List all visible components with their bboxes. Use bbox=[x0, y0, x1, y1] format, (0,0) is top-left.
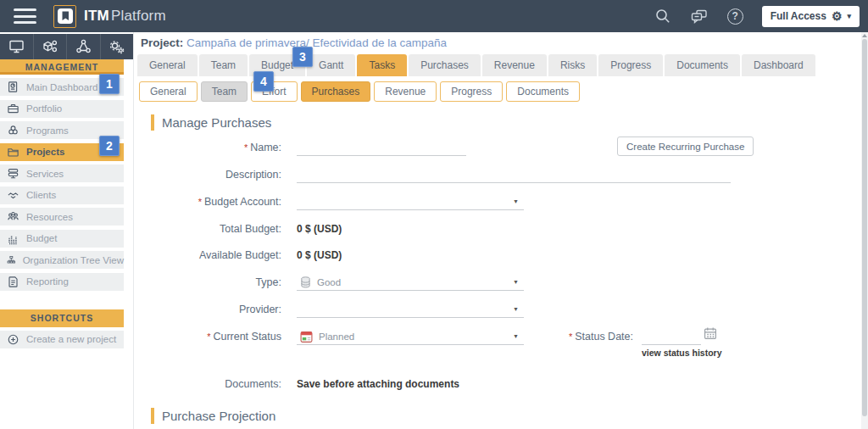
itm-logo[interactable] bbox=[53, 5, 76, 28]
subtab-general[interactable]: General bbox=[139, 81, 198, 102]
budget-account-select[interactable]: ▼ bbox=[297, 194, 524, 210]
vertical-scrollbar[interactable] bbox=[861, 32, 868, 429]
documents-label: Documents: bbox=[137, 378, 281, 390]
sidebar-item-reporting[interactable]: Reporting bbox=[0, 273, 124, 291]
total-budget-value: 0 $ (USD) bbox=[297, 223, 342, 235]
tab-progress[interactable]: Progress bbox=[598, 54, 663, 76]
tab-tasks[interactable]: Tasks bbox=[357, 54, 407, 76]
chevron-down-icon: ▾ bbox=[847, 12, 851, 20]
type-label: Type: bbox=[137, 276, 281, 288]
sidebar-menu: Main Dashboard Portfolio Programs Projec… bbox=[0, 78, 133, 291]
gears-icon bbox=[108, 38, 125, 55]
section-purchase-projection: Purchase Projection bbox=[151, 408, 275, 424]
tab-documents[interactable]: Documents bbox=[665, 54, 740, 76]
sidebar-item-portfolio[interactable]: Portfolio bbox=[0, 100, 124, 118]
monitor-icon bbox=[8, 38, 25, 55]
type-select[interactable]: Good ▼ bbox=[297, 275, 524, 291]
sidebar-item-create-new-project[interactable]: Create a new project bbox=[0, 331, 124, 348]
brand-title: ITMPlatform bbox=[84, 8, 166, 25]
project-name-link[interactable]: Campaña de primavera/ Efectividad de la … bbox=[186, 36, 447, 49]
description-label: Description: bbox=[137, 169, 281, 181]
section-accent-bar bbox=[151, 408, 154, 424]
sidebar-item-budget[interactable]: Budget bbox=[0, 230, 124, 248]
tab-network[interactable] bbox=[67, 34, 101, 59]
sidebar-module-tabs bbox=[0, 34, 133, 59]
chat-icon[interactable] bbox=[690, 8, 709, 25]
programs-icon bbox=[7, 124, 19, 136]
full-access-button[interactable]: Full Access ⚙ ▾ bbox=[762, 6, 860, 27]
tab-revenue[interactable]: Revenue bbox=[482, 54, 547, 76]
sidebar-item-label: Portfolio bbox=[26, 103, 62, 114]
provider-label: Provider: bbox=[137, 304, 281, 315]
description-input[interactable] bbox=[297, 167, 731, 183]
dropdown-caret-icon: ▼ bbox=[513, 279, 519, 285]
total-budget-label: Total Budget: bbox=[137, 223, 281, 235]
sidebar-item-resources[interactable]: Resources bbox=[0, 208, 124, 226]
tab-team[interactable]: Team bbox=[199, 54, 248, 76]
form-row-name: *Name: Create Recurring Purchase bbox=[137, 140, 862, 159]
create-recurring-purchase-button[interactable]: Create Recurring Purchase bbox=[617, 136, 754, 156]
dropdown-caret-icon: ▼ bbox=[513, 306, 519, 312]
scrollbar-thumb[interactable] bbox=[862, 39, 867, 416]
task-subtab-bar: General Team Effort Purchases Revenue Pr… bbox=[139, 81, 583, 102]
status-date-input[interactable] bbox=[642, 329, 701, 345]
view-status-history-link[interactable]: view status history bbox=[642, 348, 722, 358]
provider-select[interactable]: ▼ bbox=[297, 302, 524, 318]
tab-desktop[interactable] bbox=[0, 34, 34, 59]
name-label: *Name: bbox=[137, 142, 281, 153]
form-row-documents: Documents: Save before attaching documen… bbox=[137, 376, 862, 395]
management-cubes-icon bbox=[41, 38, 58, 55]
section-accent-bar bbox=[151, 114, 154, 131]
tab-settings[interactable] bbox=[101, 34, 134, 59]
sidebar-item-label: Resources bbox=[26, 212, 73, 222]
sidebar-shortcuts-header: SHORTCUTS bbox=[0, 309, 124, 327]
topbar: ITMPlatform ? Full Access ⚙ ▾ bbox=[0, 0, 868, 32]
dropdown-caret-icon: ▼ bbox=[513, 198, 519, 204]
tab-purchases[interactable]: Purchases bbox=[409, 54, 481, 76]
sidebar-item-services[interactable]: Services bbox=[0, 164, 124, 182]
brand-light: Platform bbox=[111, 8, 166, 24]
services-icon bbox=[7, 167, 19, 180]
calendar-icon[interactable] bbox=[704, 326, 717, 340]
sidebar-item-clients[interactable]: Clients bbox=[0, 187, 124, 204]
tab-gantt[interactable]: Gantt bbox=[307, 54, 355, 76]
projects-icon bbox=[7, 146, 19, 159]
tab-dashboard[interactable]: Dashboard bbox=[742, 54, 815, 76]
sidebar-management-header: MANAGEMENT bbox=[0, 59, 124, 75]
current-status-select[interactable]: Planned ▼ bbox=[297, 329, 524, 345]
subtab-revenue[interactable]: Revenue bbox=[374, 81, 437, 102]
portfolio-icon bbox=[7, 103, 19, 115]
resources-icon bbox=[7, 210, 19, 223]
section-manage-purchases: Manage Purchases bbox=[151, 114, 271, 131]
good-type-icon bbox=[300, 276, 311, 289]
menu-icon[interactable] bbox=[14, 8, 36, 24]
tab-general[interactable]: General bbox=[137, 54, 198, 76]
subtab-team[interactable]: Team bbox=[201, 81, 248, 102]
subtab-purchases[interactable]: Purchases bbox=[301, 81, 371, 102]
subtab-documents[interactable]: Documents bbox=[506, 81, 580, 102]
sidebar-item-label: Services bbox=[26, 169, 64, 179]
help-icon[interactable]: ? bbox=[727, 8, 743, 25]
full-access-label: Full Access bbox=[771, 10, 826, 22]
form-row-budget-account: *Budget Account: ▼ bbox=[137, 194, 862, 213]
sidebar-item-label: Budget bbox=[26, 233, 57, 243]
scroll-up-arrow[interactable] bbox=[862, 34, 867, 37]
required-marker: * bbox=[198, 197, 202, 207]
reporting-icon bbox=[7, 276, 19, 288]
subtab-progress[interactable]: Progress bbox=[440, 81, 503, 102]
dashboard-icon bbox=[7, 81, 19, 93]
tab-management[interactable] bbox=[34, 34, 68, 59]
sidebar-item-label: Reporting bbox=[26, 276, 69, 287]
search-icon[interactable] bbox=[654, 8, 671, 25]
form-row-available-budget: Available Budget: 0 $ (USD) bbox=[137, 248, 862, 266]
form-row-type: Type: Good ▼ bbox=[137, 275, 862, 293]
documents-hint: Save before attaching documents bbox=[297, 378, 459, 390]
available-budget-value: 0 $ (USD) bbox=[297, 249, 342, 261]
name-input[interactable] bbox=[297, 140, 466, 156]
budget-account-label: *Budget Account: bbox=[137, 196, 281, 208]
tab-risks[interactable]: Risks bbox=[548, 54, 597, 76]
sidebar-item-organization-tree-view[interactable]: Organization Tree View bbox=[0, 251, 124, 269]
sidebar-item-label: Programs bbox=[26, 125, 69, 136]
topbar-actions: ? Full Access ⚙ ▾ bbox=[654, 6, 860, 27]
required-marker: * bbox=[207, 332, 210, 342]
